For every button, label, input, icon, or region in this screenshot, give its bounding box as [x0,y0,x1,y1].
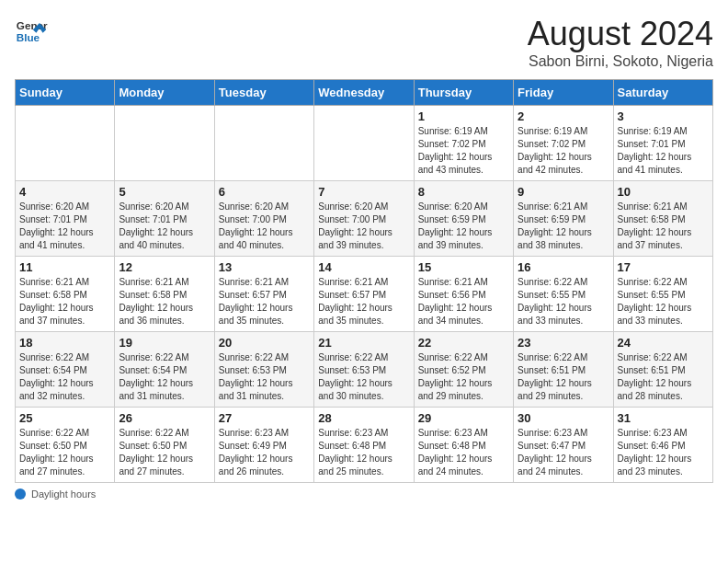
day-info: Sunrise: 6:22 AM Sunset: 6:54 PM Dayligh… [119,351,210,403]
calendar-cell: 21Sunrise: 6:22 AM Sunset: 6:53 PM Dayli… [314,332,414,408]
day-info: Sunrise: 6:20 AM Sunset: 6:59 PM Dayligh… [418,201,509,252]
calendar-cell: 16Sunrise: 6:22 AM Sunset: 6:55 PM Dayli… [514,257,613,332]
calendar-cell: 1Sunrise: 6:19 AM Sunset: 7:02 PM Daylig… [414,106,513,181]
day-info: Sunrise: 6:20 AM Sunset: 7:01 PM Dayligh… [119,201,210,252]
day-number: 4 [19,185,110,199]
day-info: Sunrise: 6:22 AM Sunset: 6:50 PM Dayligh… [119,427,210,478]
day-info: Sunrise: 6:22 AM Sunset: 6:51 PM Dayligh… [618,351,709,403]
day-info: Sunrise: 6:21 AM Sunset: 6:57 PM Dayligh… [318,276,409,327]
day-number: 27 [219,411,310,425]
day-info: Sunrise: 6:19 AM Sunset: 7:01 PM Dayligh… [618,125,709,177]
day-number: 15 [418,260,509,274]
header: General Blue August 2024 Sabon Birni, So… [15,15,713,70]
calendar-cell: 6Sunrise: 6:20 AM Sunset: 7:00 PM Daylig… [214,181,313,257]
day-info: Sunrise: 6:19 AM Sunset: 7:02 PM Dayligh… [418,125,509,177]
calendar-week-row: 1Sunrise: 6:19 AM Sunset: 7:02 PM Daylig… [16,106,713,181]
day-number: 9 [518,185,609,199]
day-number: 16 [518,260,609,274]
day-number: 21 [318,336,409,350]
page-subtitle: Sabon Birni, Sokoto, Nigeria [528,53,713,70]
day-info: Sunrise: 6:20 AM Sunset: 7:00 PM Dayligh… [219,201,310,252]
calendar-cell: 3Sunrise: 6:19 AM Sunset: 7:01 PM Daylig… [613,106,712,181]
day-number: 30 [518,411,609,425]
column-header-tuesday: Tuesday [214,80,313,106]
calendar-cell: 11Sunrise: 6:21 AM Sunset: 6:58 PM Dayli… [16,257,115,332]
title-area: August 2024 Sabon Birni, Sokoto, Nigeria [528,15,713,70]
calendar-cell: 15Sunrise: 6:21 AM Sunset: 6:56 PM Dayli… [414,257,513,332]
calendar-table: SundayMondayTuesdayWednesdayThursdayFrid… [15,79,713,483]
calendar-header-row: SundayMondayTuesdayWednesdayThursdayFrid… [16,80,713,106]
day-number: 11 [19,260,110,274]
day-info: Sunrise: 6:23 AM Sunset: 6:48 PM Dayligh… [318,427,409,478]
footer: Daylight hours [15,488,713,500]
calendar-cell: 29Sunrise: 6:23 AM Sunset: 6:48 PM Dayli… [414,408,513,483]
day-number: 20 [219,336,310,350]
calendar-week-row: 11Sunrise: 6:21 AM Sunset: 6:58 PM Dayli… [16,257,713,332]
day-info: Sunrise: 6:21 AM Sunset: 6:57 PM Dayligh… [219,276,310,327]
footer-label: Daylight hours [31,488,96,500]
svg-text:Blue: Blue [17,31,40,43]
calendar-cell: 14Sunrise: 6:21 AM Sunset: 6:57 PM Dayli… [314,257,414,332]
calendar-cell: 7Sunrise: 6:20 AM Sunset: 7:00 PM Daylig… [314,181,414,257]
calendar-cell: 2Sunrise: 6:19 AM Sunset: 7:02 PM Daylig… [514,106,613,181]
day-info: Sunrise: 6:22 AM Sunset: 6:51 PM Dayligh… [518,351,609,403]
column-header-friday: Friday [514,80,613,106]
day-info: Sunrise: 6:21 AM Sunset: 6:58 PM Dayligh… [19,276,110,327]
calendar-cell: 5Sunrise: 6:20 AM Sunset: 7:01 PM Daylig… [115,181,214,257]
calendar-cell [314,106,414,181]
calendar-cell: 31Sunrise: 6:23 AM Sunset: 6:46 PM Dayli… [613,408,712,483]
day-number: 3 [618,109,709,123]
calendar-week-row: 4Sunrise: 6:20 AM Sunset: 7:01 PM Daylig… [16,181,713,257]
day-info: Sunrise: 6:23 AM Sunset: 6:48 PM Dayligh… [418,427,509,478]
logo: General Blue [15,15,48,48]
day-number: 12 [119,260,210,274]
calendar-cell: 10Sunrise: 6:21 AM Sunset: 6:58 PM Dayli… [613,181,712,257]
calendar-cell: 9Sunrise: 6:21 AM Sunset: 6:59 PM Daylig… [514,181,613,257]
day-number: 23 [518,336,609,350]
column-header-thursday: Thursday [414,80,513,106]
day-info: Sunrise: 6:23 AM Sunset: 6:47 PM Dayligh… [518,427,609,478]
day-number: 14 [318,260,409,274]
day-number: 17 [618,260,709,274]
day-number: 24 [618,336,709,350]
footer-dot [15,488,26,500]
calendar-cell: 18Sunrise: 6:22 AM Sunset: 6:54 PM Dayli… [16,332,115,408]
calendar-week-row: 25Sunrise: 6:22 AM Sunset: 6:50 PM Dayli… [16,408,713,483]
calendar-cell: 12Sunrise: 6:21 AM Sunset: 6:58 PM Dayli… [115,257,214,332]
day-number: 26 [119,411,210,425]
calendar-cell: 13Sunrise: 6:21 AM Sunset: 6:57 PM Dayli… [214,257,313,332]
column-header-wednesday: Wednesday [314,80,414,106]
calendar-cell: 17Sunrise: 6:22 AM Sunset: 6:55 PM Dayli… [613,257,712,332]
calendar-cell: 26Sunrise: 6:22 AM Sunset: 6:50 PM Dayli… [115,408,214,483]
day-number: 1 [418,109,509,123]
day-info: Sunrise: 6:20 AM Sunset: 7:01 PM Dayligh… [19,201,110,252]
calendar-cell [16,106,115,181]
day-number: 22 [418,336,509,350]
day-info: Sunrise: 6:20 AM Sunset: 7:00 PM Dayligh… [318,201,409,252]
calendar-cell: 20Sunrise: 6:22 AM Sunset: 6:53 PM Dayli… [214,332,313,408]
day-number: 19 [119,336,210,350]
day-number: 31 [618,411,709,425]
calendar-cell [214,106,313,181]
day-info: Sunrise: 6:21 AM Sunset: 6:56 PM Dayligh… [418,276,509,327]
calendar-cell: 8Sunrise: 6:20 AM Sunset: 6:59 PM Daylig… [414,181,513,257]
day-info: Sunrise: 6:21 AM Sunset: 6:58 PM Dayligh… [119,276,210,327]
day-number: 29 [418,411,509,425]
column-header-saturday: Saturday [613,80,712,106]
calendar-cell: 23Sunrise: 6:22 AM Sunset: 6:51 PM Dayli… [514,332,613,408]
day-info: Sunrise: 6:22 AM Sunset: 6:50 PM Dayligh… [19,427,110,478]
calendar-week-row: 18Sunrise: 6:22 AM Sunset: 6:54 PM Dayli… [16,332,713,408]
calendar-cell: 22Sunrise: 6:22 AM Sunset: 6:52 PM Dayli… [414,332,513,408]
day-number: 6 [219,185,310,199]
day-number: 5 [119,185,210,199]
calendar-cell: 25Sunrise: 6:22 AM Sunset: 6:50 PM Dayli… [16,408,115,483]
day-info: Sunrise: 6:22 AM Sunset: 6:53 PM Dayligh… [318,351,409,403]
day-number: 10 [618,185,709,199]
calendar-cell: 28Sunrise: 6:23 AM Sunset: 6:48 PM Dayli… [314,408,414,483]
day-number: 28 [318,411,409,425]
day-number: 7 [318,185,409,199]
day-info: Sunrise: 6:23 AM Sunset: 6:49 PM Dayligh… [219,427,310,478]
calendar-cell: 30Sunrise: 6:23 AM Sunset: 6:47 PM Dayli… [514,408,613,483]
column-header-monday: Monday [115,80,214,106]
calendar-cell: 4Sunrise: 6:20 AM Sunset: 7:01 PM Daylig… [16,181,115,257]
